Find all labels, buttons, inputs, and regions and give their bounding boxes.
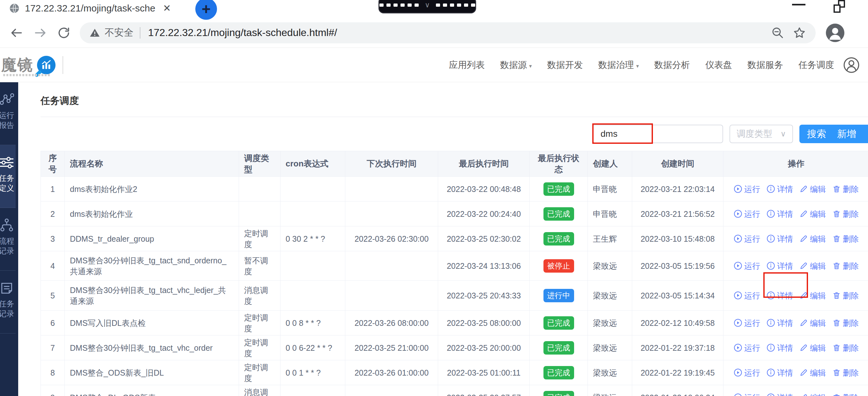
new-tab-button[interactable]: + — [195, 0, 217, 20]
button-group: 搜索 新增 — [799, 125, 868, 143]
sidebar-item-run-report[interactable]: 运行 报告 — [0, 82, 16, 145]
nav-data-dev[interactable]: 数据开发 — [547, 59, 583, 71]
zoom-out-icon[interactable] — [771, 26, 784, 39]
play-circle-icon — [734, 209, 742, 218]
run-action[interactable]: 运行 — [734, 261, 760, 271]
cell-created: 2022-01-22 19:06:34 — [632, 385, 723, 396]
run-action[interactable]: 运行 — [734, 367, 760, 378]
tab-close-icon[interactable]: ✕ — [163, 3, 171, 14]
cell-index: 8 — [41, 360, 65, 385]
detail-action[interactable]: 详情 — [767, 184, 793, 195]
nav-data-governance[interactable]: 数据治理▾ — [598, 59, 639, 71]
url-text[interactable]: 172.22.32.21/mojing/task-schedule.html#/ — [148, 27, 337, 39]
cell-created: 2022-03-05 15:14:34 — [632, 280, 723, 310]
forward-icon[interactable] — [33, 26, 47, 40]
nav-data-source[interactable]: 数据源▾ — [500, 59, 532, 71]
col-cron: cron表达式 — [280, 151, 345, 177]
add-button[interactable]: 新增 — [837, 128, 856, 141]
back-icon[interactable] — [9, 26, 24, 40]
detail-action[interactable]: 详情 — [767, 233, 793, 244]
reload-icon[interactable] — [57, 26, 71, 40]
edit-action[interactable]: 编辑 — [799, 184, 826, 195]
user-account-icon[interactable] — [843, 57, 860, 73]
browser-profile-avatar[interactable] — [826, 24, 844, 42]
app-logo-text[interactable]: 魔镜 — [1, 55, 33, 75]
edit-action[interactable]: 编辑 — [799, 261, 826, 271]
cell-last-time: 2022-03-22 00:48:48 — [438, 177, 530, 201]
cell-next-time — [345, 385, 438, 396]
edit-action[interactable]: 编辑 — [799, 342, 826, 353]
detail-action[interactable]: 详情 — [767, 367, 793, 378]
cell-created: 2022-01-22 19:19:45 — [632, 360, 723, 385]
run-action[interactable]: 运行 — [734, 342, 760, 353]
edit-action[interactable]: 编辑 — [799, 367, 826, 378]
trash-icon — [832, 368, 841, 377]
delete-action[interactable]: 删除 — [832, 318, 859, 328]
nav-data-service[interactable]: 数据服务 — [747, 59, 783, 71]
edit-action[interactable]: 编辑 — [799, 318, 826, 328]
url-bar[interactable]: 不安全 172.22.32.21/mojing/task-schedule.ht… — [80, 22, 816, 43]
browser-tab[interactable]: 172.22.32.21/mojing/task-sche ✕ — [9, 3, 171, 14]
detail-action[interactable]: 详情 — [767, 318, 793, 328]
cell-index: 6 — [41, 310, 65, 335]
cell-last-status: 已完成 — [530, 310, 588, 335]
delete-action[interactable]: 删除 — [832, 367, 859, 378]
nav-task-schedule[interactable]: 任务调度 — [799, 59, 834, 71]
top-navigation: 应用列表 数据源▾ 数据开发 数据治理▾ 数据分析 仪表盘 数据服务 任务调度 — [449, 59, 834, 71]
delete-action[interactable]: 删除 — [832, 184, 859, 195]
run-action[interactable]: 运行 — [734, 233, 760, 244]
window-restore-icon[interactable] — [834, 0, 845, 13]
run-action[interactable]: 运行 — [734, 318, 760, 328]
pencil-icon — [799, 185, 808, 193]
detail-action[interactable]: 详情 — [767, 342, 793, 353]
cell-process-name: DMS整合30分钟旧表_tg_tact_snd_orderno_共通来源 — [65, 251, 239, 280]
nav-dashboard[interactable]: 仪表盘 — [705, 59, 732, 71]
schedule-type-select[interactable]: 调度类型 ∨ — [730, 125, 793, 143]
status-badge: 被停止 — [544, 259, 574, 273]
cell-last-time: 2022-03-22 00:24:40 — [438, 201, 530, 226]
delete-action[interactable]: 删除 — [832, 208, 859, 219]
delete-action[interactable]: 删除 — [832, 233, 859, 244]
cell-last-time: 2022-03-25 08:00:00 — [438, 310, 530, 335]
nav-app-list[interactable]: 应用列表 — [449, 59, 485, 71]
cell-created: 2022-03-10 15:48:08 — [632, 226, 723, 251]
info-circle-icon — [767, 393, 775, 396]
table-row: 8 DMS整合_ODS新表_旧DL 定时调度 0 0 1 * * ? 2022-… — [41, 360, 868, 385]
delete-action[interactable]: 删除 — [832, 392, 859, 396]
cell-next-time: 2022-03-26 08:00:00 — [345, 310, 438, 335]
status-badge: 已完成 — [544, 341, 574, 355]
delete-action[interactable]: 删除 — [832, 342, 859, 353]
cell-next-time — [345, 201, 438, 226]
edit-action[interactable]: 编辑 — [799, 208, 826, 219]
nav-data-analysis[interactable]: 数据分析 — [654, 59, 690, 71]
detail-action[interactable]: 详情 — [767, 392, 793, 396]
run-action[interactable]: 运行 — [734, 208, 760, 219]
sidebar-item-task-record[interactable]: 任务 记录 — [0, 271, 16, 333]
run-action[interactable]: 运行 — [734, 392, 760, 396]
masked-text-dash — [379, 3, 383, 7]
delete-action[interactable]: 删除 — [832, 261, 859, 271]
delete-action[interactable]: 删除 — [832, 290, 859, 301]
cell-process-name: DDMS_tr_dealer_group — [65, 226, 239, 251]
cell-index: 3 — [41, 226, 65, 251]
run-action[interactable]: 运行 — [734, 184, 760, 195]
play-circle-icon — [734, 234, 742, 243]
edit-action[interactable]: 编辑 — [799, 233, 826, 244]
magnifier-handle — [34, 69, 42, 77]
sidebar-item-process-record[interactable]: 流程 记录 — [0, 208, 16, 271]
status-badge: 已完成 — [544, 183, 574, 196]
edit-action[interactable]: 编辑 — [799, 392, 826, 396]
run-action[interactable]: 运行 — [734, 290, 760, 301]
chevron-down-icon[interactable]: ∨ — [425, 2, 430, 9]
table-row: 5 DMS整合30分钟旧表_tg_tact_vhc_ledjer_共通来源 消息… — [41, 280, 868, 310]
bookmark-star-icon[interactable] — [793, 26, 806, 39]
sidebar-item-task-definition[interactable]: 任务 定义 — [0, 145, 16, 208]
detail-action[interactable]: 详情 — [767, 261, 793, 271]
window-minimize-icon[interactable] — [792, 4, 805, 5]
play-circle-icon — [734, 291, 742, 300]
cell-last-status: 进行中 — [530, 280, 588, 310]
search-button[interactable]: 搜索 — [807, 128, 826, 141]
security-label[interactable]: 不安全 — [105, 26, 133, 39]
detail-action[interactable]: 详情 — [767, 208, 793, 219]
cell-process-name: DMS整合30分钟旧表_tg_tact_vhc_ledjer_共通来源 — [65, 280, 239, 310]
